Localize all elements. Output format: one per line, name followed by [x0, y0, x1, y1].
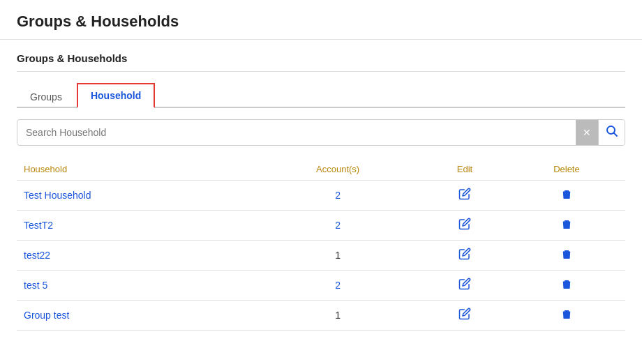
delete-cell	[508, 241, 625, 271]
col-household: Household	[17, 158, 254, 181]
svg-rect-3	[565, 221, 569, 229]
delete-button[interactable]	[560, 282, 573, 293]
section-title: Groups & Households	[17, 52, 625, 72]
delete-cell	[508, 271, 625, 301]
col-accounts: Account(s)	[254, 158, 421, 181]
page-title: Groups & Households	[17, 13, 625, 31]
table-header-row: Household Account(s) Edit Delete	[17, 158, 625, 181]
table-row: TestT22	[17, 211, 625, 241]
svg-rect-4	[565, 251, 569, 259]
household-name[interactable]: Group test	[17, 301, 254, 331]
search-icon	[606, 125, 618, 141]
page-header: Groups & Households	[0, 0, 642, 40]
edit-cell	[421, 211, 508, 241]
tab-groups[interactable]: Groups	[17, 85, 75, 108]
svg-line-1	[613, 132, 617, 136]
household-name[interactable]: test 5	[17, 271, 254, 301]
svg-rect-2	[565, 191, 569, 199]
accounts-count: 1	[254, 241, 421, 271]
table-row: Test Household2	[17, 181, 625, 211]
edit-cell	[421, 301, 508, 331]
svg-rect-6	[565, 311, 569, 319]
col-delete: Delete	[508, 158, 625, 181]
delete-button[interactable]	[560, 222, 573, 233]
edit-cell	[421, 241, 508, 271]
delete-cell	[508, 301, 625, 331]
delete-button[interactable]	[560, 192, 573, 203]
delete-button[interactable]	[560, 252, 573, 263]
accounts-count: 1	[254, 301, 421, 331]
svg-rect-5	[565, 281, 569, 289]
table-row: test 52	[17, 271, 625, 301]
household-name[interactable]: test22	[17, 241, 254, 271]
col-edit: Edit	[421, 158, 508, 181]
tab-bar: Groups Household	[17, 82, 625, 108]
search-button[interactable]	[598, 120, 625, 145]
table-row: Group test1	[17, 301, 625, 331]
edit-button[interactable]	[458, 190, 471, 202]
household-table: Household Account(s) Edit Delete Test Ho…	[17, 158, 625, 331]
household-name[interactable]: Test Household	[17, 181, 254, 211]
table-row: test221	[17, 241, 625, 271]
accounts-count[interactable]: 2	[254, 181, 421, 211]
edit-button[interactable]	[458, 220, 471, 232]
delete-cell	[508, 181, 625, 211]
search-bar: ✕	[17, 119, 625, 146]
delete-cell	[508, 211, 625, 241]
edit-button[interactable]	[458, 280, 471, 292]
edit-cell	[421, 271, 508, 301]
clear-icon: ✕	[583, 127, 591, 138]
edit-button[interactable]	[458, 310, 471, 322]
accounts-count[interactable]: 2	[254, 211, 421, 241]
household-name[interactable]: TestT2	[17, 211, 254, 241]
tab-household[interactable]: Household	[77, 83, 155, 108]
accounts-count[interactable]: 2	[254, 271, 421, 301]
delete-button[interactable]	[560, 312, 573, 323]
edit-cell	[421, 181, 508, 211]
main-section: Groups & Households Groups Household ✕ H…	[0, 40, 642, 331]
search-input[interactable]	[17, 121, 576, 144]
clear-button[interactable]: ✕	[576, 120, 598, 145]
edit-button[interactable]	[458, 250, 471, 262]
